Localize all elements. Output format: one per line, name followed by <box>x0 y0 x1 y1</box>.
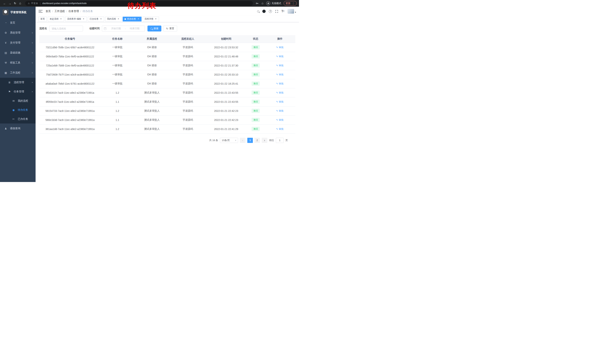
approve-button[interactable]: 审批 <box>276 118 284 122</box>
approve-button[interactable]: 审批 <box>276 127 284 131</box>
reset-button-label: 重置 <box>169 27 174 30</box>
breadcrumb-separator: / <box>65 10 68 13</box>
sidebar-item-1[interactable]: ⚙系统管理∨ <box>0 28 36 38</box>
process-name-input[interactable] <box>49 25 83 32</box>
tab-label: 我的流程 <box>107 17 116 21</box>
cell-initiator: 芋道源码 <box>170 79 206 88</box>
cell-process: 测试多审批人 <box>134 97 170 106</box>
page-size-select[interactable]: 10条/页 <box>220 138 238 143</box>
tab-3[interactable]: 已办任务× <box>88 17 104 22</box>
cell-created: 2022-01-22 20:33:10 <box>206 70 247 79</box>
column-header: 状态 <box>247 35 265 43</box>
sidebar-item-label: 我的流程 <box>18 99 28 103</box>
sidebar-item-0[interactable]: ◔首页 <box>0 18 36 28</box>
next-page-button[interactable] <box>262 138 267 143</box>
search-button[interactable]: 搜索 <box>148 25 161 32</box>
cell-task-name: 1.1 <box>101 97 134 106</box>
help-icon[interactable] <box>269 10 272 13</box>
process-name-label: 流程名 <box>39 27 47 30</box>
cell-created: 2022-01-21 22:42:23 <box>206 106 247 115</box>
top-navbar: 首页/工作流程/任务管理/待办任务 <box>36 7 299 16</box>
page-button-1[interactable]: 1 <box>247 138 253 143</box>
forward-button[interactable] <box>8 1 12 6</box>
goto-label: 前往 <box>269 139 274 142</box>
password-key-icon[interactable] <box>256 2 259 5</box>
range-separator: - <box>125 27 126 30</box>
close-icon[interactable]: × <box>82 18 85 20</box>
cell-initiator: 芋道源码 <box>170 88 206 97</box>
cell-process: OA 请假 <box>134 43 170 52</box>
todo-eye-icon: ◉ <box>11 108 16 112</box>
status-badge: 激活 <box>252 45 260 49</box>
sidebar-item-7[interactable]: ⚑任务管理∧ <box>0 87 36 96</box>
tab-5[interactable]: 待办任务× <box>123 17 141 22</box>
sidebar-item-11[interactable]: ♟请假查询 <box>0 123 36 133</box>
tab-0[interactable]: 首页 <box>39 17 47 22</box>
cell-process: 测试多审批人 <box>134 115 170 124</box>
sidebar-item-6[interactable]: ≣流程管理∨ <box>0 78 36 87</box>
approve-button[interactable]: 审批 <box>276 55 284 58</box>
search-icon[interactable] <box>257 10 259 12</box>
app-logo[interactable]: 芋道管理系统 <box>0 7 36 18</box>
cell-process: 测试多审批人 <box>134 88 170 97</box>
gear-icon: ⚙ <box>4 31 8 34</box>
breadcrumb-item-1[interactable]: 工作流程 <box>54 10 65 13</box>
prev-page-button[interactable] <box>240 138 245 143</box>
back-button[interactable] <box>2 1 7 6</box>
sidebar-item-4[interactable]: ⚒研发工具∨ <box>0 58 36 68</box>
close-icon[interactable]: × <box>117 18 120 20</box>
sidebar-item-10[interactable]: ✂已办任务 <box>0 114 36 123</box>
reset-button[interactable]: 重置 <box>163 25 177 32</box>
approve-button[interactable]: 审批 <box>276 82 284 85</box>
close-icon[interactable]: × <box>100 18 102 20</box>
column-header: 流程发起人 <box>170 35 206 43</box>
calendar-icon <box>104 27 106 30</box>
sidebar-item-9[interactable]: ◉待办任务 <box>0 105 36 114</box>
approve-button[interactable]: 审批 <box>276 100 284 104</box>
reload-button[interactable] <box>13 1 17 6</box>
chevron-down-icon: ∨ <box>32 52 33 54</box>
tab-1[interactable]: 发起流程× <box>48 17 64 22</box>
close-icon[interactable]: × <box>60 18 62 20</box>
browser-chrome: 不安全 | dashboard.yudao.iocoder.cn/bpm/tas… <box>0 0 299 7</box>
close-icon[interactable]: × <box>155 18 157 20</box>
address-bar[interactable]: 不安全 | dashboard.yudao.iocoder.cn/bpm/tas… <box>25 1 253 6</box>
home-button[interactable] <box>18 1 23 6</box>
sidebar-item-2[interactable]: ¥支付管理∨ <box>0 38 36 48</box>
sidebar-item-label: 任务管理 <box>14 90 24 93</box>
tab-6[interactable]: 流程详情× <box>143 17 159 22</box>
update-button[interactable]: 更新 <box>284 1 297 6</box>
user-avatar[interactable] <box>288 9 296 14</box>
tab-label: 已办任务 <box>90 17 99 21</box>
sidebar-item-3[interactable]: ▤基础设施∨ <box>0 48 36 58</box>
cell-process: 测试多审批人 <box>134 124 170 133</box>
fullscreen-icon[interactable] <box>275 10 278 13</box>
approve-button[interactable]: 审批 <box>276 64 284 67</box>
breadcrumb-item-2[interactable]: 任务管理 <box>68 10 79 13</box>
approve-button[interactable]: 审批 <box>276 109 284 113</box>
sidebar-toggle-icon[interactable] <box>39 10 43 13</box>
approve-button[interactable]: 审批 <box>276 73 284 76</box>
page-button-2[interactable]: 2 <box>254 138 260 143</box>
font-size-icon[interactable] <box>281 10 284 13</box>
sidebar-item-5[interactable]: ▦工作流程∧ <box>0 68 36 78</box>
close-icon[interactable]: × <box>137 18 140 20</box>
table-body: 73211d9d-7b9b-11ec-b5b7-acde48001122一级审批… <box>39 43 295 133</box>
date-range-picker[interactable]: 开始日期 - 结束日期 <box>102 25 145 32</box>
tab-2[interactable]: 流程表单-编辑× <box>65 17 87 22</box>
sidebar-item-8[interactable]: ✉我的流程 <box>0 96 36 105</box>
chevron-down-icon: ∨ <box>32 62 33 64</box>
goto-page-input[interactable] <box>276 138 284 143</box>
menu-dots-icon[interactable] <box>292 2 295 5</box>
cell-created: 2022-01-22 18:25:41 <box>206 79 247 88</box>
approve-button[interactable]: 审批 <box>276 46 284 49</box>
approve-button[interactable]: 审批 <box>276 91 284 94</box>
bookmark-star-icon[interactable] <box>261 2 264 5</box>
status-badge: 激活 <box>252 63 260 68</box>
breadcrumb-item-3: 待办任务 <box>83 10 93 13</box>
tab-4[interactable]: 我的流程× <box>105 17 122 22</box>
github-icon[interactable] <box>262 10 266 13</box>
cell-initiator: 芋道源码 <box>170 106 206 115</box>
cell-task-name: 一级审批 <box>101 52 134 61</box>
breadcrumb-item-0[interactable]: 首页 <box>46 10 51 13</box>
